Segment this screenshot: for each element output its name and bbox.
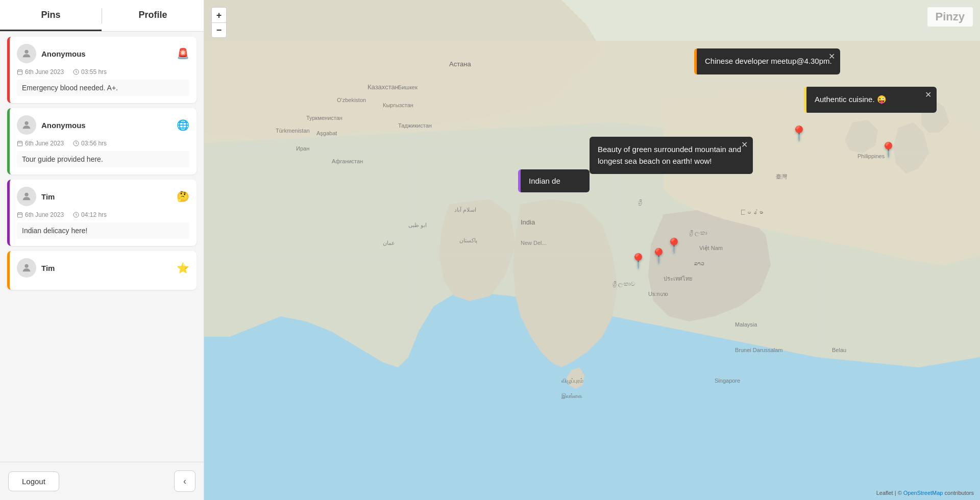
svg-text:New Del...: New Del... xyxy=(521,240,547,246)
svg-text:Türkmenistan: Türkmenistan xyxy=(276,128,310,134)
svg-text:ශ්‍රී ලංකා: ශ්‍රී ලංකා xyxy=(689,230,707,237)
close-button[interactable]: ✕ xyxy=(925,90,932,99)
svg-point-18 xyxy=(24,264,28,268)
pin-text: Indian delicacy here! xyxy=(17,222,189,239)
pin-icon-thinking: 🤔 xyxy=(177,190,189,203)
svg-text:Brunei Darussalam: Brunei Darussalam xyxy=(735,347,783,353)
pin-user: Tim xyxy=(17,187,55,206)
map-marker[interactable]: 📍 xyxy=(790,125,808,142)
list-item: Tim 🤔 6th June 2023 04:12 hrs Indian del… xyxy=(7,180,197,246)
pin-icon-star: ⭐ xyxy=(177,262,189,274)
svg-text:இலங்கை: இலங்கை xyxy=(561,393,582,399)
openstreetmap-link[interactable]: OpenStreetMap xyxy=(903,490,943,496)
svg-text:Таджикистан: Таджикистан xyxy=(398,122,432,129)
svg-text:ශ්‍රී ලංකාව: ශ්‍රී ලංකාව xyxy=(612,281,635,288)
close-button[interactable]: ✕ xyxy=(741,140,748,149)
svg-text:Belau: Belau xyxy=(832,347,846,353)
svg-text:اسلام آباد: اسلام آباد xyxy=(454,207,476,213)
collapse-button[interactable]: ‹ xyxy=(174,470,195,492)
avatar xyxy=(17,44,36,63)
pin-header: Anonymous 🌐 xyxy=(17,115,189,135)
svg-text:Астана: Астана xyxy=(449,60,471,68)
svg-text:ລາວ: ລາວ xyxy=(694,260,704,266)
chevron-left-icon: ‹ xyxy=(183,476,186,487)
svg-text:عمان: عمان xyxy=(383,240,395,246)
pin-header: Anonymous 🚨 xyxy=(17,44,189,63)
pins-list: Anonymous 🚨 6th June 2023 03:55 hrs Emer… xyxy=(0,32,204,462)
map-marker[interactable]: 📍 xyxy=(879,141,897,158)
list-item: Tim ⭐ xyxy=(7,251,197,290)
username: Tim xyxy=(41,264,55,272)
svg-text:Казахстан: Казахстан xyxy=(368,83,399,91)
close-button[interactable]: ✕ xyxy=(828,52,835,61)
avatar xyxy=(17,258,36,278)
pin-time: 03:55 hrs xyxy=(73,68,107,76)
svg-point-0 xyxy=(24,50,28,54)
zoom-out-button[interactable]: − xyxy=(211,22,227,38)
pin-icon-alert: 🚨 xyxy=(177,47,189,60)
attribution-text: Leaflet | © OpenStreetMap contributors xyxy=(876,490,974,496)
map-marker[interactable]: 📍 xyxy=(665,237,683,254)
pin-meta: 6th June 2023 03:55 hrs xyxy=(17,68,189,76)
map-marker[interactable]: 📍 xyxy=(629,253,647,269)
pin-user: Anonymous xyxy=(17,115,86,135)
popup-beauty-mountain: ✕ Beauty of green surrounded mountain an… xyxy=(590,137,753,174)
avatar xyxy=(17,187,36,206)
svg-text:Туркменистан: Туркменистан xyxy=(306,115,342,121)
brand-logo: Pinzy xyxy=(927,7,973,27)
popup-authentic-cuisine: ✕ Authentic cuisine. 😜 xyxy=(804,87,937,113)
svg-text:Singapore: Singapore xyxy=(715,378,740,384)
popup-text: Beauty of green surrounded mountain and … xyxy=(598,144,745,167)
svg-rect-13 xyxy=(18,213,22,217)
username: Tim xyxy=(41,192,55,201)
pin-date: 6th June 2023 xyxy=(17,211,64,218)
pin-text: Emergency blood needed. A+. xyxy=(17,80,189,96)
pin-header: Tim ⭐ xyxy=(17,258,189,278)
avatar xyxy=(17,115,36,135)
popup-chinese-meetup: ✕ Chinese developer meetup@4.30pm. xyxy=(694,48,840,74)
tab-pins[interactable]: Pins xyxy=(0,1,102,31)
svg-text:Бишкек: Бишкек xyxy=(398,84,418,90)
svg-text:Кыргызстан: Кыргызстан xyxy=(383,102,413,108)
svg-text:India: India xyxy=(521,218,535,226)
pin-icon-globe: 🌐 xyxy=(177,119,189,131)
svg-text:Афганистан: Афганистан xyxy=(332,158,363,164)
pin-time: 04:12 hrs xyxy=(73,211,107,218)
svg-text:ابو ظبی: ابو ظبی xyxy=(408,222,427,229)
pin-meta: 6th June 2023 04:12 hrs xyxy=(17,211,189,218)
pin-date: 6th June 2023 xyxy=(17,68,64,76)
popup-text-partial: Indian de xyxy=(529,177,560,185)
list-item: Anonymous 🚨 6th June 2023 03:55 hrs Emer… xyxy=(7,37,197,103)
svg-rect-7 xyxy=(18,141,22,146)
popup-text: Authentic cuisine. 😜 xyxy=(815,94,928,106)
sidebar-bottom: Logout ‹ xyxy=(0,462,204,500)
svg-text:Us:nഗo: Us:nഗo xyxy=(648,291,668,297)
logout-button[interactable]: Logout xyxy=(8,471,59,491)
svg-text:Malaysia: Malaysia xyxy=(735,321,757,328)
svg-text:O'zbekiston: O'zbekiston xyxy=(337,97,366,103)
svg-text:پاکستان: پاکستان xyxy=(459,237,477,244)
pin-user: Anonymous xyxy=(17,44,86,63)
svg-point-6 xyxy=(24,121,28,125)
username: Anonymous xyxy=(41,49,86,58)
list-item: Anonymous 🌐 6th June 2023 03:56 hrs Tour… xyxy=(7,108,197,174)
svg-point-12 xyxy=(24,193,28,196)
pin-header: Tim 🤔 xyxy=(17,187,189,206)
pin-meta: 6th June 2023 03:56 hrs xyxy=(17,140,189,147)
svg-text:Việt Nam: Việt Nam xyxy=(699,245,723,252)
map-background: Казахстан Туркменистан Иран Афганистан Б… xyxy=(204,0,980,500)
svg-text:விழுப்புரம்: விழுப்புரம் xyxy=(561,378,583,385)
tab-profile[interactable]: Profile xyxy=(102,1,204,31)
popup-indian-delicacy: Indian de xyxy=(518,169,590,192)
sidebar-tabs: Pins Profile xyxy=(0,0,204,32)
pin-text: Tour guide provided here. xyxy=(17,151,189,167)
pin-user: Tim xyxy=(17,258,55,278)
popup-text: Chinese developer meetup@4.30pm. xyxy=(705,56,832,67)
pin-date: 6th June 2023 xyxy=(17,140,64,147)
svg-rect-1 xyxy=(18,70,22,74)
sidebar: Pins Profile Anonymous 🚨 6th June 2023 xyxy=(0,0,204,500)
map-attribution: Leaflet | © OpenStreetMap contributors xyxy=(876,490,974,496)
username: Anonymous xyxy=(41,121,86,130)
zoom-in-button[interactable]: + xyxy=(211,7,227,22)
map-area[interactable]: Казахстан Туркменистан Иран Афганистан Б… xyxy=(204,0,980,500)
